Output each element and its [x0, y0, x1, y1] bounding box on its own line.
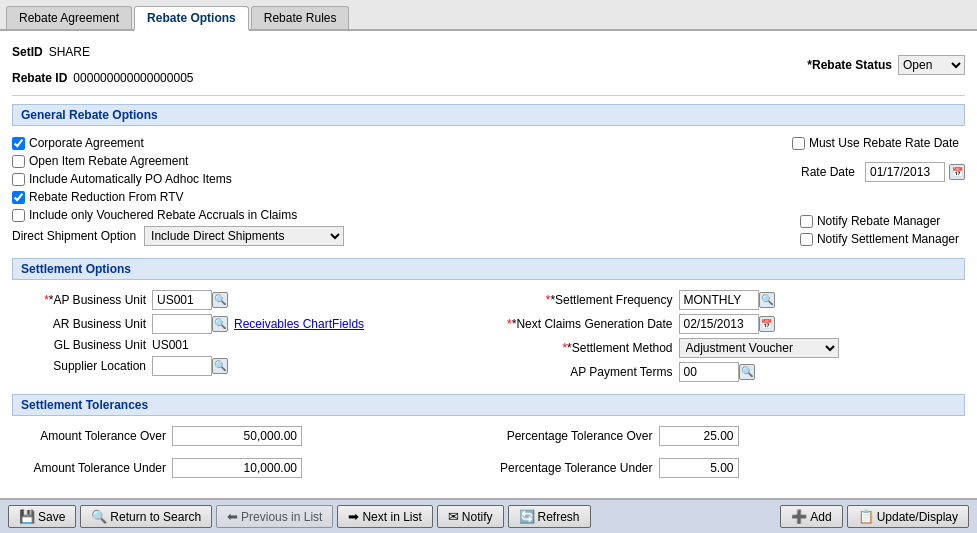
ap-business-unit-search-icon[interactable]: 🔍	[212, 292, 228, 308]
amount-tolerance-under-input[interactable]	[172, 458, 302, 478]
must-use-rate-row: Must Use Rebate Rate Date	[792, 136, 959, 150]
update-display-button[interactable]: 📋 Update/Display	[847, 505, 969, 528]
update-display-icon: 📋	[858, 509, 874, 524]
setid-label: SetID	[12, 45, 43, 59]
supplier-location-search-icon[interactable]: 🔍	[212, 358, 228, 374]
notify-rebate-manager-checkbox[interactable]	[800, 215, 813, 228]
supplier-location-input[interactable]	[152, 356, 212, 376]
open-item-checkbox[interactable]	[12, 155, 25, 168]
return-icon: 🔍	[91, 509, 107, 524]
notify-settlement-row: Notify Settlement Manager	[800, 232, 959, 246]
rebate-status-select[interactable]: Open Closed Pending	[898, 55, 965, 75]
settlement-frequency-input[interactable]	[679, 290, 759, 310]
must-use-rate-checkbox[interactable]	[792, 137, 805, 150]
include-vouchered-checkbox[interactable]	[12, 209, 25, 222]
ap-payment-terms-label: AP Payment Terms	[499, 365, 679, 379]
ap-business-unit-input[interactable]	[152, 290, 212, 310]
footer-toolbar: 💾 Save 🔍 Return to Search ⬅ Previous in …	[0, 498, 977, 530]
amount-tolerance-over-label: Amount Tolerance Over	[12, 429, 172, 443]
corporate-agreement-row: Corporate Agreement	[12, 136, 144, 150]
rebate-status-label: *Rebate Status	[807, 58, 892, 72]
general-rebate-options-header: General Rebate Options	[12, 104, 965, 126]
settlement-frequency-label: **Settlement Frequency	[499, 293, 679, 307]
ar-business-unit-input[interactable]	[152, 314, 212, 334]
next-claims-label: **Next Claims Generation Date	[499, 317, 679, 331]
supplier-location-label: Supplier Location	[12, 359, 152, 373]
amount-tolerance-under-label: Amount Tolerance Under	[12, 461, 172, 475]
ap-payment-terms-input[interactable]	[679, 362, 739, 382]
ar-business-unit-label: AR Business Unit	[12, 317, 152, 331]
tab-rebate-agreement[interactable]: Rebate Agreement	[6, 6, 132, 29]
rebate-id-value: 000000000000000005	[73, 71, 193, 85]
direct-shipment-label: Direct Shipment Option	[12, 229, 136, 243]
settlement-options-header: Settlement Options	[12, 258, 965, 280]
direct-shipment-select[interactable]: Include Direct Shipments Exclude Direct …	[144, 226, 344, 246]
refresh-icon: 🔄	[519, 509, 535, 524]
notify-icon: ✉	[448, 509, 459, 524]
open-item-row: Open Item Rebate Agreement	[12, 154, 188, 168]
save-icon: 💾	[19, 509, 35, 524]
rate-date-calendar-icon[interactable]: 📅	[949, 164, 965, 180]
include-auto-po-row: Include Automatically PO Adhoc Items	[12, 172, 232, 186]
rebate-reduction-row: Rebate Reduction From RTV	[12, 190, 184, 204]
add-button[interactable]: ➕ Add	[780, 505, 842, 528]
add-icon: ➕	[791, 509, 807, 524]
ap-business-unit-label: **AP Business Unit	[12, 293, 152, 307]
notify-button[interactable]: ✉ Notify	[437, 505, 504, 528]
include-auto-po-checkbox[interactable]	[12, 173, 25, 186]
previous-in-list-button[interactable]: ⬅ Previous in List	[216, 505, 333, 528]
percentage-tolerance-over-label: Percentage Tolerance Over	[499, 429, 659, 443]
tab-rebate-options[interactable]: Rebate Options	[134, 6, 249, 31]
settlement-tolerances-header: Settlement Tolerances	[12, 394, 965, 416]
percentage-tolerance-under-input[interactable]	[659, 458, 739, 478]
corporate-agreement-checkbox[interactable]	[12, 137, 25, 150]
tab-rebate-rules[interactable]: Rebate Rules	[251, 6, 350, 29]
rate-date-input[interactable]	[865, 162, 945, 182]
percentage-tolerance-over-input[interactable]	[659, 426, 739, 446]
receivables-chartfields-link[interactable]: Receivables ChartFields	[234, 317, 364, 331]
percentage-tolerance-under-label: Percentage Tolerance Under	[499, 461, 659, 475]
tab-bar: Rebate Agreement Rebate Options Rebate R…	[0, 0, 977, 31]
next-in-list-button[interactable]: ➡ Next in List	[337, 505, 432, 528]
prev-icon: ⬅	[227, 509, 238, 524]
notify-rebate-manager-row: Notify Rebate Manager	[800, 214, 940, 228]
next-icon: ➡	[348, 509, 359, 524]
settlement-method-label: **Settlement Method	[499, 341, 679, 355]
save-button[interactable]: 💾 Save	[8, 505, 76, 528]
rate-date-label: Rate Date	[801, 165, 855, 179]
setid-value: SHARE	[49, 45, 90, 59]
gl-business-unit-value: US001	[152, 338, 189, 352]
return-to-search-button[interactable]: 🔍 Return to Search	[80, 505, 212, 528]
settlement-method-select[interactable]: Adjustment Voucher Check EFT	[679, 338, 839, 358]
amount-tolerance-over-input[interactable]	[172, 426, 302, 446]
ap-payment-terms-search-icon[interactable]: 🔍	[739, 364, 755, 380]
notify-settlement-checkbox[interactable]	[800, 233, 813, 246]
next-claims-calendar-icon[interactable]: 📅	[759, 316, 775, 332]
refresh-button[interactable]: 🔄 Refresh	[508, 505, 591, 528]
next-claims-input[interactable]	[679, 314, 759, 334]
include-vouchered-row: Include only Vouchered Rebate Accruals i…	[12, 208, 297, 222]
rebate-id-label: Rebate ID	[12, 71, 67, 85]
gl-business-unit-label: GL Business Unit	[12, 338, 152, 352]
ar-business-unit-search-icon[interactable]: 🔍	[212, 316, 228, 332]
settlement-frequency-search-icon[interactable]: 🔍	[759, 292, 775, 308]
rebate-reduction-checkbox[interactable]	[12, 191, 25, 204]
